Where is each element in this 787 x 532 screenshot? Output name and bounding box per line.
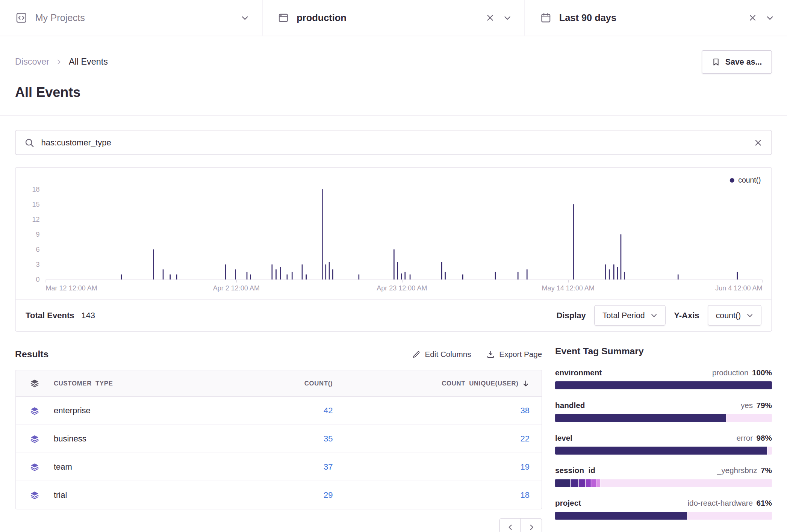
count-unique-cell[interactable]: 19 <box>333 462 530 472</box>
close-icon[interactable] <box>748 14 757 22</box>
column-header-count-unique[interactable]: COUNT_UNIQUE(USER) <box>333 379 530 387</box>
clear-search-icon[interactable] <box>754 138 763 147</box>
tag-bar-segment[interactable] <box>578 479 585 487</box>
chevron-down-icon[interactable] <box>503 14 511 22</box>
chart-bar[interactable] <box>286 274 288 279</box>
close-icon[interactable] <box>486 14 495 22</box>
main-content: has:customer_type count() 0369121518 Mar… <box>0 130 787 532</box>
chart-bar[interactable] <box>121 274 122 279</box>
chart-bar[interactable] <box>292 272 293 280</box>
count-cell[interactable]: 29 <box>232 490 333 500</box>
chart-bar[interactable] <box>624 272 625 280</box>
chart-bar[interactable] <box>301 264 303 280</box>
chart-bar[interactable] <box>246 272 247 280</box>
column-header-count[interactable]: COUNT() <box>232 380 333 387</box>
tag-distribution-bar[interactable] <box>555 512 772 520</box>
chart-bar[interactable] <box>737 272 738 280</box>
table-row[interactable]: team3719 <box>15 453 542 481</box>
chart-footer: Total Events 143 Display Total Period Y-… <box>15 299 771 331</box>
search-bar[interactable]: has:customer_type <box>15 130 772 155</box>
chart-bar[interactable] <box>621 234 622 280</box>
tag-bar-segment[interactable] <box>726 414 772 422</box>
chart-bar[interactable] <box>441 262 442 280</box>
chart-bar[interactable] <box>271 264 272 280</box>
chart-bar[interactable] <box>405 272 406 280</box>
tag-bar-segment[interactable] <box>555 512 687 520</box>
chart-bar[interactable] <box>332 269 333 280</box>
chevron-down-icon[interactable] <box>766 14 774 22</box>
count-unique-cell[interactable]: 18 <box>333 490 530 500</box>
chart-bar[interactable] <box>235 269 236 280</box>
display-dropdown[interactable]: Total Period <box>595 305 666 326</box>
chart-bar[interactable] <box>517 272 518 280</box>
chart-bar[interactable] <box>276 269 277 280</box>
chart-bar[interactable] <box>445 272 446 280</box>
project-selector[interactable]: My Projects <box>0 0 262 36</box>
chart-bar[interactable] <box>358 274 359 279</box>
tag-distribution-bar[interactable] <box>555 447 772 455</box>
environment-selector[interactable]: production <box>262 0 524 36</box>
export-page-button[interactable]: Export Page <box>486 350 542 359</box>
y-axis-dropdown[interactable]: count() <box>708 305 761 326</box>
tag-bar-segment[interactable] <box>586 479 591 487</box>
chart-bar[interactable] <box>527 269 528 280</box>
chart-bar[interactable] <box>617 267 618 279</box>
tag-bar-segment[interactable] <box>571 479 578 487</box>
count-cell[interactable]: 42 <box>232 406 333 415</box>
save-as-button[interactable]: Save as... <box>702 50 772 74</box>
chart-bar[interactable] <box>170 274 171 279</box>
count-cell[interactable]: 37 <box>232 462 333 472</box>
chart-bar[interactable] <box>325 264 326 280</box>
chart-bar[interactable] <box>397 262 398 280</box>
chart-bar[interactable] <box>153 249 154 280</box>
search-input[interactable]: has:customer_type <box>41 138 747 147</box>
chart-bar[interactable] <box>410 274 411 279</box>
chart-bar[interactable] <box>393 249 394 280</box>
table-row[interactable]: business3522 <box>15 425 542 453</box>
chart-bar[interactable] <box>322 189 323 279</box>
tag-bar-segment[interactable] <box>596 479 600 487</box>
chart-bar[interactable] <box>495 272 496 280</box>
breadcrumb-discover[interactable]: Discover <box>15 57 49 67</box>
tag-bar-segment[interactable] <box>767 447 772 455</box>
tag-list: environmentproduction100%handledyes79%le… <box>555 368 772 520</box>
chart-bar[interactable] <box>613 264 614 280</box>
tag-bar-segment[interactable] <box>555 447 767 455</box>
chart-bar[interactable] <box>306 274 307 279</box>
chart-bar[interactable] <box>462 274 463 279</box>
chart-bar[interactable] <box>573 204 574 280</box>
chart-bar[interactable] <box>609 269 610 280</box>
chart-bar[interactable] <box>401 274 402 280</box>
previous-page-button[interactable] <box>499 518 521 532</box>
tag-bar-segment[interactable] <box>687 512 772 520</box>
tag-bar-segment[interactable] <box>601 479 772 487</box>
chart-bar[interactable] <box>605 264 606 280</box>
count-unique-cell[interactable]: 22 <box>333 434 530 443</box>
tag-percent: 61% <box>756 499 772 507</box>
tag-bar-segment[interactable] <box>591 479 595 487</box>
tag-distribution-bar[interactable] <box>555 479 772 487</box>
date-range-selector[interactable]: Last 90 days <box>525 0 787 36</box>
count-cell[interactable]: 35 <box>232 434 333 443</box>
column-header-customer-type[interactable]: CUSTOMER_TYPE <box>54 380 232 387</box>
chart-bar[interactable] <box>280 267 281 279</box>
chart-bar[interactable] <box>678 274 679 279</box>
pagination <box>15 518 542 532</box>
edit-columns-button[interactable]: Edit Columns <box>412 350 471 359</box>
next-page-button[interactable] <box>521 518 542 532</box>
tag-distribution-bar[interactable] <box>555 381 772 389</box>
table-row[interactable]: enterprise4238 <box>15 397 542 424</box>
table-row[interactable]: trial2918 <box>15 481 542 509</box>
chart-legend[interactable]: count() <box>730 176 761 184</box>
chart-bar[interactable] <box>250 274 251 279</box>
chart-bar[interactable] <box>162 269 163 280</box>
count-unique-cell[interactable]: 38 <box>333 406 530 415</box>
chevron-down-icon[interactable] <box>241 14 249 22</box>
chart-bar[interactable] <box>329 262 330 280</box>
tag-distribution-bar[interactable] <box>555 414 772 422</box>
chart-bar[interactable] <box>176 274 177 279</box>
tag-bar-segment[interactable] <box>555 381 772 389</box>
tag-bar-segment[interactable] <box>555 479 570 487</box>
chart-bar[interactable] <box>225 264 226 280</box>
tag-bar-segment[interactable] <box>555 414 726 422</box>
